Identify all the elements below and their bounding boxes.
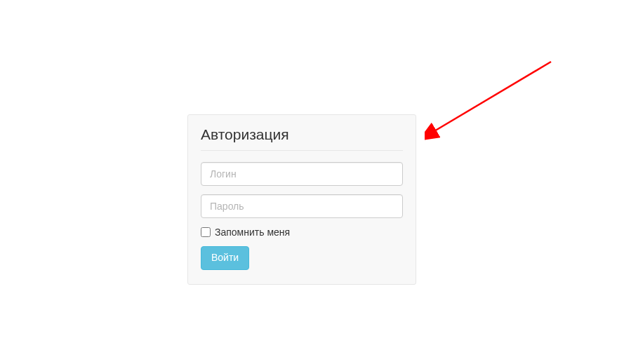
remember-label: Запомнить меня: [215, 227, 290, 238]
username-input[interactable]: [201, 162, 403, 186]
login-button[interactable]: Войти: [201, 246, 249, 270]
password-input[interactable]: [201, 194, 403, 218]
arrow-annotation-icon: [425, 56, 558, 140]
svg-line-1: [433, 62, 551, 132]
login-title: Авторизация: [201, 126, 403, 151]
login-panel: Авторизация Запомнить меня Войти: [187, 114, 416, 285]
remember-row[interactable]: Запомнить меня: [201, 227, 403, 238]
remember-checkbox[interactable]: [201, 227, 211, 237]
